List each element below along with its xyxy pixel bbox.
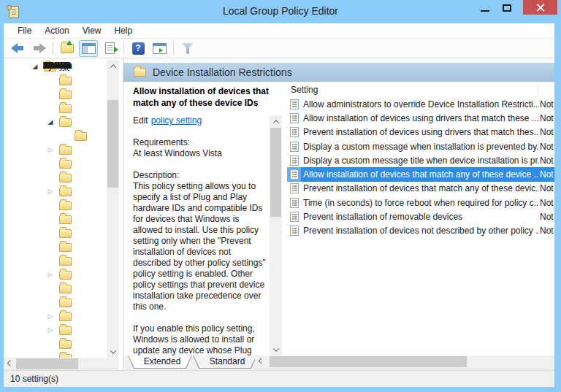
setting-name: Prevent installation of devices not desc…	[301, 226, 539, 236]
column-divider[interactable]	[538, 84, 538, 95]
back-button[interactable]	[8, 40, 27, 57]
scrollbar-thumb[interactable]	[270, 128, 281, 217]
tree-item[interactable]: Audit P	[4, 88, 107, 101]
setting-row[interactable]: Display a custom message when installati…	[287, 139, 554, 153]
scroll-up-button[interactable]	[270, 115, 282, 128]
policy-setting-icon	[290, 212, 299, 222]
show-action-pane-button[interactable]	[150, 40, 169, 57]
up-one-level-button[interactable]	[58, 40, 77, 57]
list-column-header[interactable]: Setting	[287, 82, 554, 97]
scroll-left-button[interactable]	[255, 356, 267, 368]
tree-item[interactable]: iSCSI	[4, 323, 107, 337]
forward-button[interactable]	[29, 40, 48, 57]
policy-setting-icon	[290, 155, 299, 166]
setting-row[interactable]: Prevent installation of devices not desc…	[287, 224, 554, 238]
minimize-button[interactable]	[481, 10, 489, 12]
setting-column-header[interactable]: Setting	[291, 85, 318, 95]
statusbar: 10 setting(s)	[4, 370, 554, 387]
tab-standard[interactable]: Standard	[193, 356, 257, 369]
scroll-down-button[interactable]	[107, 345, 119, 358]
filter-button[interactable]	[178, 40, 197, 57]
tree-item[interactable]: File Sh	[4, 254, 107, 268]
setting-row[interactable]: Allow installation of devices that match…	[287, 167, 554, 181]
expand-icon[interactable]	[45, 272, 56, 278]
folder-icon	[59, 215, 72, 224]
results-area: Device Installation Restrictions Allow i…	[123, 58, 554, 370]
export-list-button[interactable]	[100, 40, 119, 57]
scroll-right-button[interactable]	[542, 356, 554, 368]
close-button[interactable]	[523, 0, 557, 15]
folder-icon	[59, 299, 72, 307]
help-button[interactable]: ?	[129, 40, 148, 57]
setting-row[interactable]: Allow installation of devices using driv…	[287, 111, 554, 125]
setting-state: Not configured	[540, 183, 555, 193]
folder-icon	[59, 174, 72, 182]
description-paragraph: This policy setting allows you to specif…	[133, 181, 267, 312]
tree-item[interactable]: Early L	[4, 212, 107, 226]
setting-name: Display a custom message when installati…	[301, 142, 539, 152]
collapse-icon[interactable]	[45, 119, 56, 126]
scrollbar-thumb[interactable]	[270, 356, 467, 367]
tree-item[interactable]: Device	[4, 143, 107, 157]
edit-policy-setting-link[interactable]: policy setting	[151, 115, 202, 126]
folder-icon	[59, 326, 72, 335]
scroll-left-button[interactable]	[4, 358, 16, 370]
show-console-tree-button[interactable]	[79, 40, 98, 57]
details-pane: Allow installation of devices that match…	[123, 82, 286, 356]
setting-row[interactable]: Display a custom message title when devi…	[287, 153, 554, 167]
tree-item[interactable]: Distrib	[4, 185, 107, 199]
setting-row[interactable]: Time (in seconds) to force reboot when r…	[287, 196, 554, 210]
folder-icon	[75, 132, 87, 141]
folder-icon	[59, 118, 72, 127]
expand-icon[interactable]	[45, 147, 56, 153]
tree-item[interactable]: File Cla	[4, 240, 107, 254]
tree-vertical-scrollbar[interactable]	[107, 60, 119, 358]
setting-state: Not configured	[540, 155, 555, 166]
tree-item[interactable]: Folder	[4, 282, 107, 296]
tree-horizontal-scrollbar[interactable]	[4, 358, 107, 370]
maximize-button[interactable]	[503, 4, 511, 12]
description-vertical-scrollbar[interactable]	[270, 115, 282, 356]
tree-item[interactable]: Dev	[4, 129, 107, 143]
menu-item-view[interactable]: View	[76, 26, 108, 36]
setting-state: Not configured	[540, 212, 555, 222]
tree-item[interactable]: Filesys	[4, 268, 107, 282]
tree-item[interactable]: Disk Q	[4, 171, 107, 185]
tree-item[interactable]: Device	[4, 115, 107, 129]
view-tabs: ExtendedStandard	[128, 356, 257, 369]
expand-icon[interactable]	[45, 327, 56, 334]
menu-item-file[interactable]: File	[11, 26, 38, 36]
tree-item[interactable]: Interne	[4, 310, 107, 323]
setting-name: Prevent installation of removable device…	[301, 212, 539, 222]
tree-item[interactable]: Disk N	[4, 157, 107, 171]
toolbar-separator	[123, 42, 124, 55]
setting-row[interactable]: Prevent installation of devices that mat…	[287, 182, 554, 196]
tree-item[interactable]: Driver	[4, 199, 107, 212]
tree-item[interactable]: Kerber	[4, 351, 107, 358]
scroll-up-button[interactable]	[107, 60, 119, 72]
scroll-down-button[interactable]	[270, 343, 282, 356]
expand-icon[interactable]	[45, 188, 56, 195]
tab-extended[interactable]: Extended	[128, 356, 192, 369]
filter-icon	[182, 43, 194, 54]
tree-item[interactable]: KDC	[4, 337, 107, 351]
tree-item[interactable]: Creder	[4, 101, 107, 115]
list-horizontal-scrollbar[interactable]	[255, 356, 554, 368]
scrollbar-thumb[interactable]	[107, 100, 118, 188]
folder-icon	[59, 160, 72, 169]
menu-item-action[interactable]: Action	[38, 26, 75, 36]
expand-icon[interactable]	[45, 313, 56, 320]
setting-state: Not configured	[540, 169, 555, 180]
folder-icon	[59, 201, 72, 210]
tree-item[interactable]: Access	[4, 74, 107, 88]
menu-item-help[interactable]: Help	[108, 26, 140, 36]
tree-item[interactable]: Group	[4, 296, 107, 310]
setting-row[interactable]: Prevent installation of devices using dr…	[287, 126, 554, 139]
setting-row[interactable]: Allow administrators to override Device …	[287, 97, 554, 111]
scroll-right-button[interactable]	[94, 358, 107, 370]
scrollbar-thumb[interactable]	[16, 358, 78, 369]
setting-name: Time (in seconds) to force reboot when r…	[301, 198, 539, 208]
tree-item[interactable]: Enhan	[4, 226, 107, 240]
setting-row[interactable]: Prevent installation of removable device…	[287, 210, 554, 223]
folder-icon	[59, 271, 72, 280]
